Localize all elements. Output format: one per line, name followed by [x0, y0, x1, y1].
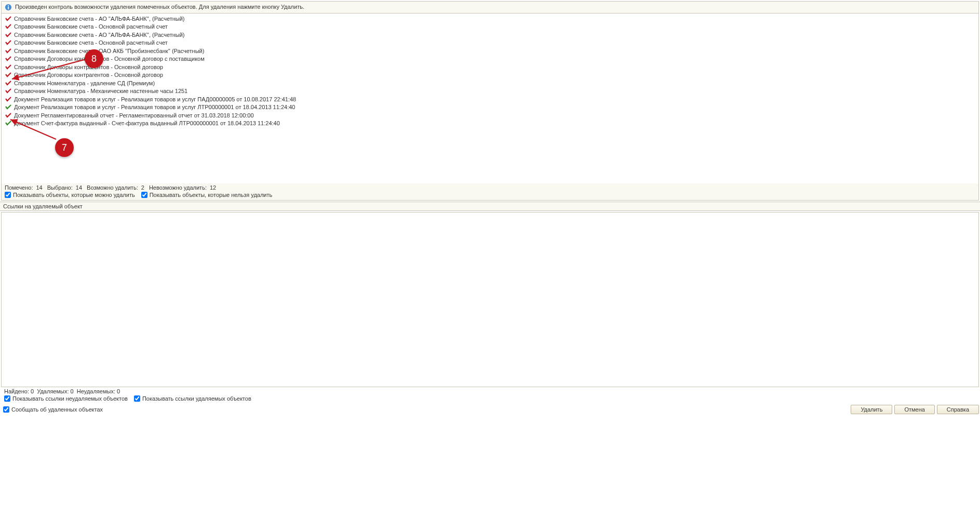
chk-show-deletable-label: Показывать объекты, которые можно удалит… — [13, 192, 135, 198]
chk-show-refs-del-input[interactable] — [134, 395, 140, 402]
chk-report-input[interactable] — [3, 406, 9, 413]
list-item[interactable]: Документ Счет-фактура выданный - Счет-фа… — [2, 120, 978, 128]
chk-show-refs-del-label: Показывать ссылки удаляемых объектов — [142, 395, 251, 402]
summary-marked-value: 14 — [36, 184, 42, 191]
found-label: Найдено: — [4, 388, 29, 394]
delete-button[interactable]: Удалить — [851, 405, 892, 414]
object-list[interactable]: 8 Справочник Банковские счета - АО ''АЛЬ… — [2, 13, 978, 183]
list-item-text: Справочник Номенклатура - Механические н… — [14, 88, 187, 94]
list-item[interactable]: Справочник Банковские счета - ОАО АКБ ''… — [2, 47, 978, 55]
bottom-block: Найдено: 0 Удаляемых: 0 Неудаляемых: 0 П… — [1, 387, 979, 404]
nondeletable-value: 0 — [117, 388, 120, 394]
svg-rect-1 — [8, 7, 9, 9]
list-item-text: Документ Реализация товаров и услуг - Ре… — [14, 104, 295, 110]
list-item[interactable]: Справочник Банковские счета - Основной р… — [2, 39, 978, 47]
annotation-badge-7: 7 — [55, 138, 74, 157]
summary-can-delete-label: Возможно удалить: — [87, 184, 138, 191]
cancel-button[interactable]: Отмена — [894, 405, 934, 414]
list-item-text: Справочник Банковские счета - Основной р… — [14, 23, 168, 30]
filter-checkbox-row: Показывать объекты, которые можно удалит… — [2, 191, 978, 200]
top-panel: Произведен контроль возможности удаления… — [1, 1, 979, 201]
list-item-text: Справочник Банковские счета - Основной р… — [14, 39, 168, 46]
summary-selected-value: 14 — [76, 184, 82, 191]
chk-show-deletable[interactable]: Показывать объекты, которые можно удалит… — [5, 192, 135, 198]
chk-show-deletable-input[interactable] — [5, 192, 11, 198]
chk-show-refs-nondel-input[interactable] — [4, 395, 10, 402]
footer: Сообщать об удаленных объектах Удалить О… — [0, 405, 980, 415]
svg-line-3 — [12, 59, 86, 79]
bottom-chk-row: Показывать ссылки неудаляемых объектов П… — [1, 394, 979, 404]
list-item[interactable]: Справочник Номенклатура - Механические н… — [2, 87, 978, 96]
check-fail-icon — [5, 39, 12, 46]
annotation-arrow-7 — [8, 117, 57, 140]
list-item-text: Справочник Банковские счета - ОАО АКБ ''… — [14, 48, 204, 54]
list-item-text: Справочник Банковские счета - АО ''АЛЬФА… — [14, 32, 185, 38]
annotation-badge-8: 8 — [85, 49, 103, 68]
found-value: 0 — [31, 388, 34, 394]
chk-report[interactable]: Сообщать об удаленных объектах — [3, 406, 103, 413]
chk-show-nondeletable-label: Показывать объекты, которые нельзя удали… — [150, 192, 273, 198]
check-fail-icon — [5, 96, 12, 102]
summary-marked-label: Помечено: — [5, 184, 33, 191]
summary-cannot-delete-label: Невозможно удалить: — [149, 184, 207, 191]
check-fail-icon — [5, 48, 12, 54]
chk-report-label: Сообщать об удаленных объектах — [11, 406, 103, 413]
refs-title: Ссылки на удаляемый объект — [3, 203, 83, 209]
check-fail-icon — [5, 88, 12, 94]
refs-body[interactable] — [1, 212, 979, 387]
deletable-label: Удаляемых: — [37, 388, 69, 394]
list-item-text: Справочник Банковские счета - АО ''АЛЬФА… — [14, 16, 185, 22]
summary-bar: Помечено:14 Выбрано:14 Возможно удалить:… — [2, 183, 978, 191]
check-fail-icon — [5, 23, 12, 30]
list-item-text: Документ Реализация товаров и услуг - Ре… — [14, 96, 296, 102]
list-item[interactable]: Справочник Банковские счета - Основной р… — [2, 23, 978, 31]
list-item[interactable]: Справочник Банковские счета - АО ''АЛЬФА… — [2, 31, 978, 39]
list-item[interactable]: Документ Регламентированный отчет - Регл… — [2, 111, 978, 120]
summary-can-delete-value: 2 — [141, 184, 144, 191]
list-item[interactable]: Справочник Номенклатура - удаление СД (П… — [2, 79, 978, 87]
summary-cannot-delete-value: 12 — [210, 184, 216, 191]
chk-show-refs-nondel-label: Показывать ссылки неудаляемых объектов — [12, 395, 128, 402]
svg-line-4 — [10, 120, 56, 139]
bottom-summary: Найдено: 0 Удаляемых: 0 Неудаляемых: 0 — [1, 387, 979, 394]
list-item[interactable]: Справочник Договоры контрагентов - Основ… — [2, 63, 978, 71]
check-fail-icon — [5, 32, 12, 38]
chk-show-refs-del[interactable]: Показывать ссылки удаляемых объектов — [134, 395, 251, 402]
refs-title-bar: Ссылки на удаляемый объект — [0, 202, 980, 211]
list-item[interactable]: Документ Реализация товаров и услуг - Ре… — [2, 95, 978, 103]
info-icon — [5, 4, 12, 11]
svg-rect-2 — [8, 5, 9, 6]
summary-selected-label: Выбрано: — [47, 184, 73, 191]
nondeletable-label: Неудаляемых: — [77, 388, 115, 394]
annotation-arrow-8 — [9, 56, 86, 82]
list-item[interactable]: Справочник Банковские счета - АО ''АЛЬФА… — [2, 15, 978, 23]
list-item[interactable]: Документ Реализация товаров и услуг - Ре… — [2, 103, 978, 112]
check-ok-icon — [5, 104, 12, 110]
check-fail-icon — [5, 16, 12, 22]
info-message: Произведен контроль возможности удаления… — [15, 4, 304, 11]
chk-show-refs-nondel[interactable]: Показывать ссылки неудаляемых объектов — [4, 395, 128, 402]
deletable-value: 0 — [71, 388, 74, 394]
list-item[interactable]: Справочник Договоры контрагентов - Основ… — [2, 55, 978, 63]
list-item[interactable]: Справочник Договоры контрагентов - Основ… — [2, 71, 978, 80]
chk-show-nondeletable-input[interactable] — [141, 192, 147, 198]
info-bar: Произведен контроль возможности удаления… — [2, 2, 978, 13]
chk-show-nondeletable[interactable]: Показывать объекты, которые нельзя удали… — [141, 192, 273, 198]
help-button[interactable]: Справка — [937, 405, 979, 414]
